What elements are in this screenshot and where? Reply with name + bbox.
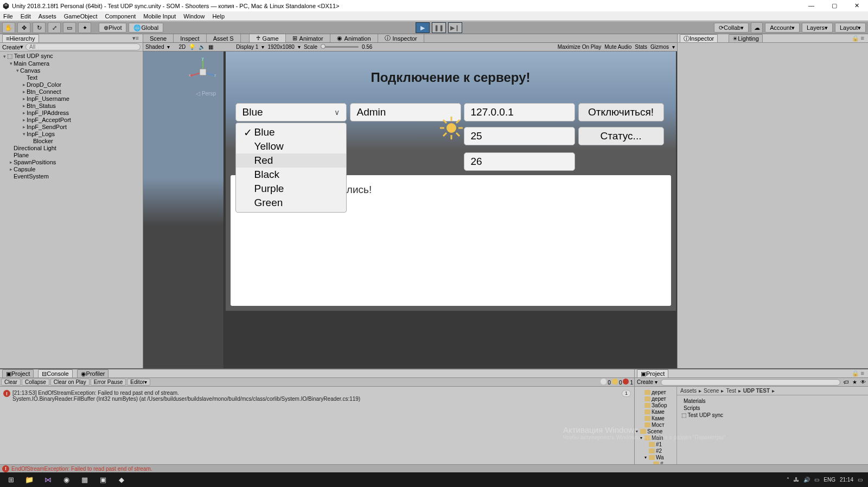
cloud-icon[interactable]: ☁ — [751, 22, 763, 33]
menu-help[interactable]: Help — [212, 13, 225, 20]
menu-window[interactable]: Window — [183, 13, 205, 20]
step-button[interactable]: ▶❙ — [448, 22, 462, 33]
game-res[interactable]: 1920x1080 — [267, 44, 295, 50]
project-tree-item[interactable]: Каме — [635, 408, 676, 415]
hierarchy-create[interactable]: Create ▾ — [2, 43, 23, 50]
hierarchy-item[interactable]: ▸InpF_Username — [0, 95, 143, 102]
tool-transform-icon[interactable]: ✦ — [78, 22, 91, 33]
hierarchy-item[interactable]: Text — [0, 74, 143, 81]
animator-tab[interactable]: ⊞ Animator — [286, 34, 330, 42]
inspector-tab[interactable]: ⓘ Inspector — [680, 34, 718, 42]
project-tree-item[interactable]: Каме — [635, 415, 676, 421]
dropdown-option[interactable]: Green — [236, 196, 346, 210]
project-tree-item[interactable]: #2 — [635, 447, 676, 454]
scene-tab[interactable]: Scene — [143, 34, 174, 42]
project-filter-icon[interactable]: 🏷 — [844, 379, 849, 385]
tool-scale-icon[interactable]: ⤢ — [48, 22, 61, 33]
console-warn-count[interactable]: 0 — [612, 379, 622, 386]
dropdown-option[interactable]: Yellow — [236, 139, 346, 153]
scene-view[interactable]: yzx ◁ Persp — [143, 52, 224, 368]
console-errorpause[interactable]: Error Pause — [91, 379, 126, 386]
hierarchy-item[interactable]: ▸InpF_SendPort — [0, 123, 143, 130]
hierarchy-item[interactable]: Directional Light — [0, 144, 143, 151]
status-bar[interactable]: ! EndOfStreamException: Failed to read p… — [0, 464, 868, 472]
menu-edit[interactable]: Edit — [21, 13, 31, 20]
project-file[interactable]: Scripts — [681, 405, 864, 412]
project-tab-lower[interactable]: ▣ Project — [2, 369, 34, 377]
project-tree-item[interactable]: ▾Scene — [635, 428, 676, 434]
menu-component[interactable]: Component — [105, 13, 136, 20]
asset-tab[interactable]: Asset S — [207, 34, 241, 42]
hierarchy-item[interactable]: ▸InpF_IPAddress — [0, 109, 143, 116]
dropdown-option[interactable]: Purple — [236, 182, 346, 196]
project-tree-item[interactable]: ▾Wa — [635, 454, 676, 460]
inspect-tab[interactable]: Inspect — [174, 34, 206, 42]
console-info-count[interactable]: 0 — [601, 379, 611, 386]
project-file[interactable]: Materials — [681, 398, 864, 405]
pane-lock-icon[interactable]: 🔒 ≡ — [850, 370, 866, 377]
dropdown-option[interactable]: Blue — [236, 125, 346, 139]
project-tab[interactable]: ▣ Project — [637, 369, 668, 377]
tray-up-icon[interactable]: ˄ — [787, 477, 789, 483]
project-tree-item[interactable]: дерет — [635, 389, 676, 395]
menu-mobileinput[interactable]: Mobile Input — [143, 13, 176, 20]
profiler-tab[interactable]: ◉ Profiler — [77, 369, 109, 377]
scale-slider[interactable] — [321, 46, 359, 48]
tray-time[interactable]: 21:14 — [840, 477, 853, 483]
console-error-count[interactable]: 1 — [623, 379, 633, 386]
project-star-icon[interactable]: ★ — [852, 379, 857, 385]
hierarchy-item[interactable]: ▸Capsule — [0, 165, 143, 172]
hierarchy-item[interactable]: ▸InpF_AcceptPort — [0, 116, 143, 123]
tb-app2-icon[interactable]: ▣ — [94, 473, 112, 486]
tb-unity-icon[interactable]: ◆ — [113, 473, 130, 486]
menu-assets[interactable]: Assets — [39, 13, 56, 20]
hierarchy-item[interactable]: Plane — [0, 151, 143, 158]
collab-dropdown[interactable]: ⟳ Collab ▾ — [714, 23, 749, 33]
color-dropdown-list[interactable]: BlueYellowRedBlackPurpleGreen — [235, 123, 347, 213]
tb-chrome-icon[interactable]: ◉ — [58, 473, 75, 486]
project-tree-item[interactable]: ▾Main — [635, 434, 676, 441]
gizmos-toggle[interactable]: Gizmos — [650, 44, 669, 50]
pane-menu-icon[interactable]: ▾≡ — [131, 35, 141, 42]
hierarchy-tab[interactable]: ≡ Hierarchy — [2, 34, 39, 42]
tool-move-icon[interactable]: ✥ — [17, 22, 30, 33]
scene-gizmo-icon[interactable]: yzx — [188, 56, 218, 88]
tb-vs-icon[interactable]: ⋈ — [39, 473, 56, 486]
mute-audio[interactable]: Mute Audio — [604, 44, 631, 50]
hierarchy-item[interactable]: ▾Canvas — [0, 67, 143, 74]
menu-gameobject[interactable]: GameObject — [64, 13, 98, 20]
hierarchy-item[interactable]: EventSystem — [0, 172, 143, 180]
project-file[interactable]: ⬚ Test UDP sync — [681, 412, 864, 419]
tool-rotate-icon[interactable]: ↻ — [33, 22, 46, 33]
inspector-tab-center[interactable]: ⓘ Inspector — [378, 34, 424, 42]
hierarchy-item[interactable]: ▸SpawnPositions — [0, 158, 143, 165]
stats-toggle[interactable]: Stats — [635, 44, 647, 50]
scene-2d[interactable]: 2D — [178, 44, 186, 50]
hierarchy-item[interactable]: ▸DropD_Color — [0, 81, 143, 88]
accept-port-input[interactable]: 25 — [464, 127, 575, 145]
global-toggle[interactable]: 🌐 Global — [129, 23, 163, 33]
console-clearonplay[interactable]: Clear on Play — [50, 379, 90, 386]
pivot-toggle[interactable]: ⊕ Pivot — [99, 23, 126, 33]
tray-vol-icon[interactable]: 🔊 — [803, 477, 810, 483]
project-tree-item[interactable]: Забор — [635, 402, 676, 408]
tb-app-icon[interactable]: ▦ — [76, 473, 93, 486]
tool-rect-icon[interactable]: ▭ — [63, 22, 76, 33]
minimize-button[interactable]: — — [805, 2, 818, 9]
dropdown-option[interactable]: Red — [236, 153, 346, 168]
console-clear[interactable]: Clear — [1, 379, 21, 386]
play-button[interactable]: ▶ — [416, 22, 430, 33]
project-create[interactable]: Create ▾ — [637, 379, 658, 385]
dropdown-option[interactable]: Black — [236, 168, 346, 182]
project-tree-item[interactable]: дерет — [635, 395, 676, 402]
connect-button[interactable]: Отключиться! — [578, 103, 664, 121]
layers-dropdown[interactable]: Layers ▾ — [802, 23, 833, 33]
tray-batt-icon[interactable]: ▭ — [814, 477, 819, 483]
ip-input[interactable]: 127.0.0.1 — [464, 103, 575, 121]
hierarchy-tree[interactable]: ▾⬚ Test UDP sync▾Main Camera▾CanvasText▸… — [0, 52, 143, 368]
maximize-button[interactable]: ▢ — [828, 2, 840, 9]
project-breadcrumb[interactable]: Assets ▸ Scene ▸ Test ▸ UDP TEST ▸ — [677, 387, 868, 395]
scene-shaded[interactable]: Shaded — [145, 44, 164, 50]
animation-tab[interactable]: ◉ Animation — [330, 34, 378, 42]
lighting-tab[interactable]: ☀ Lighting — [729, 34, 763, 42]
